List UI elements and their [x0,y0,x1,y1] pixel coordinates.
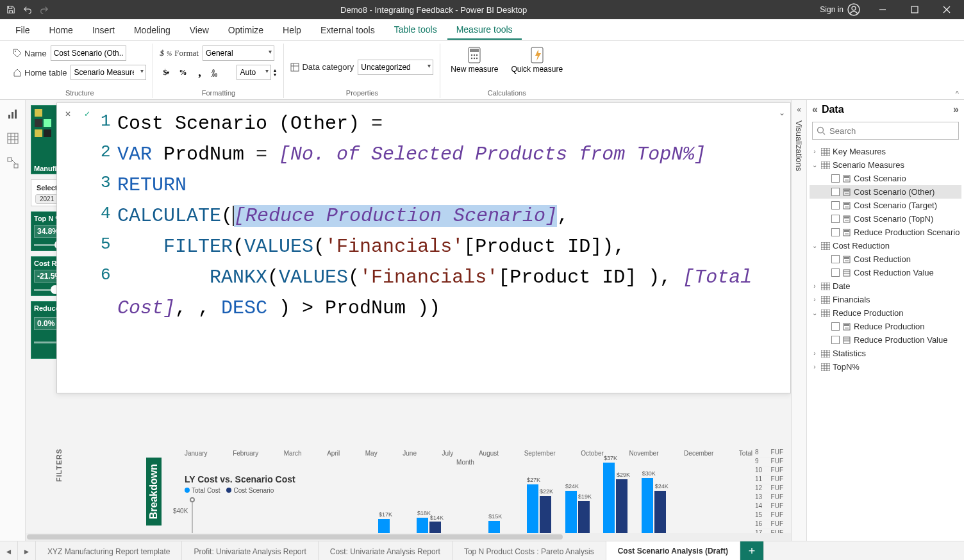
field-checkbox[interactable] [831,174,840,183]
tab-next-icon[interactable]: ► [18,541,36,560]
svg-rect-50 [844,190,849,192]
field-checkbox[interactable] [831,228,840,236]
tab-0[interactable]: XYZ Manufacturing Report template [36,541,182,560]
menu-bar: File Home Insert Modeling View Optimize … [0,19,964,41]
tree-field[interactable]: Cost Scenario [810,172,961,185]
search-box[interactable] [812,122,959,140]
tree-field[interactable]: Reduce Production Scenario [810,226,961,239]
tree-field[interactable]: Reduce Production [810,320,961,333]
menu-file[interactable]: File [6,21,39,39]
decimals-input[interactable] [237,65,271,80]
signin-label: Sign in [820,5,844,14]
currency-button[interactable]: $▾ [160,66,172,79]
data-view-icon[interactable] [5,131,21,146]
tree-field[interactable]: Cost Scenario (TopN) [810,212,961,226]
chevron-left-icon[interactable]: « [812,104,818,115]
menu-help[interactable]: Help [274,21,310,39]
side-table[interactable]: 8FUF 9FUF 10FUF 11FUF 12FUF 13FUF 14FUF … [754,449,785,541]
window-title: Demo8 - Integrating Feedback - Power BI … [51,5,816,15]
formula-commit-icon[interactable]: ✓ [80,107,94,121]
maximize-button[interactable] [901,0,928,19]
tab-3[interactable]: Top N Product Costs : Pareto Analysis [453,541,606,560]
menu-optimize[interactable]: Optimize [219,21,272,39]
scroll-handle[interactable] [190,497,195,502]
field-checkbox[interactable] [831,201,840,210]
field-checkbox[interactable] [831,188,840,196]
menu-measure-tools[interactable]: Measure tools [447,21,522,40]
model-view-icon[interactable] [5,155,21,170]
menu-modeling[interactable]: Modeling [125,21,179,39]
minimize-button[interactable] [869,0,896,19]
tree-field[interactable]: Cost Scenario (Other) [810,185,961,199]
tree-table[interactable]: ›Date [810,279,961,293]
tree-field[interactable]: Cost Reduction [810,252,961,266]
canvas-scrollbar[interactable] [26,533,791,541]
search-input[interactable] [829,126,954,136]
dax-editor[interactable]: 1Cost Scenario (Other) = 2VAR ProdNum = … [101,103,785,329]
home-table-select[interactable]: Scenario Measures [71,65,146,80]
new-measure-button[interactable]: New measure [447,45,502,75]
tree-table[interactable]: ⌄Reduce Production [810,306,961,320]
save-icon[interactable] [4,3,18,17]
ytick: $40K [173,507,188,515]
menu-home[interactable]: Home [40,21,82,39]
svg-point-32 [818,128,824,133]
year-chip[interactable]: 2021 [35,194,58,204]
tree-table[interactable]: ⌄Cost Reduction [810,239,961,252]
month-axis-label: Month [146,459,785,466]
data-category-select[interactable]: Uncategorized [358,60,433,75]
field-checkbox[interactable] [831,336,840,344]
chevron-left-icon[interactable]: « [797,105,801,114]
tree-field[interactable]: Reduce Production Value [810,333,961,347]
redo-icon[interactable] [37,3,51,17]
field-checkbox[interactable] [831,322,840,331]
svg-rect-9 [291,63,299,71]
spinner-up[interactable]: ▲ [272,68,277,72]
fields-tree[interactable]: ›Key Measures⌄Scenario MeasuresCost Scen… [807,142,964,376]
close-button[interactable] [933,0,960,19]
menu-insert[interactable]: Insert [83,21,124,39]
undo-icon[interactable] [21,3,35,17]
add-page-button[interactable]: + [740,541,764,560]
tree-table[interactable]: ›Financials [810,293,961,306]
filters-pane-collapsed[interactable]: FILTERS [55,449,63,482]
svg-point-100 [846,327,847,329]
signin-button[interactable]: Sign in [816,2,864,17]
comma-button[interactable]: , [193,66,206,79]
formula-cancel-icon[interactable]: ✕ [61,107,75,121]
field-checkbox[interactable] [831,255,840,263]
menu-table-tools[interactable]: Table tools [385,21,446,40]
name-input[interactable] [51,45,126,61]
tree-field[interactable]: Cost Scenario (Target) [810,199,961,212]
svg-rect-102 [844,337,850,343]
percent-button[interactable]: % [176,66,189,79]
tree-table[interactable]: ⌄Scenario Measures [810,158,961,172]
tree-table[interactable]: ›Statistics [810,347,961,360]
format-select[interactable]: General [203,45,274,61]
user-icon [847,3,860,16]
report-view-icon[interactable] [5,106,21,122]
tab-prev-icon[interactable]: ◄ [0,541,18,560]
field-checkbox[interactable] [831,215,840,223]
tree-table[interactable]: ›TopN% [810,360,961,374]
quick-measure-button[interactable]: Quick measure [507,45,567,75]
tree-table[interactable]: ›Key Measures [810,145,961,158]
menu-view[interactable]: View [181,21,218,39]
svg-point-78 [847,260,849,261]
svg-point-101 [847,327,849,329]
svg-point-51 [845,193,846,194]
tab-2[interactable]: Cost: Univariate Analysis Report [319,541,453,560]
formula-bar[interactable]: ✕ ✓ ⌄ 1Cost Scenario (Other) = 2VAR Prod… [56,103,791,393]
svg-rect-21 [8,115,10,119]
menu-external-tools[interactable]: External tools [312,21,384,39]
tab-1[interactable]: Profit: Univariate Analysis Report [182,541,318,560]
visualizations-pane-collapsed[interactable]: « Visualizations [791,100,806,541]
decimal-button[interactable]: .0.00 [210,66,222,79]
bars[interactable]: $17K $18K$14K $15K $27K$22K $24K$19K $37… [197,502,746,534]
spinner-down[interactable]: ▼ [272,72,277,77]
chevron-right-icon[interactable]: » [953,104,959,115]
field-checkbox[interactable] [831,268,840,277]
tab-4[interactable]: Cost Scenario Analysis (Draft) [606,541,740,560]
collapse-ribbon-button[interactable]: ^ [956,90,959,97]
tree-field[interactable]: Cost Reduction Value [810,266,961,279]
